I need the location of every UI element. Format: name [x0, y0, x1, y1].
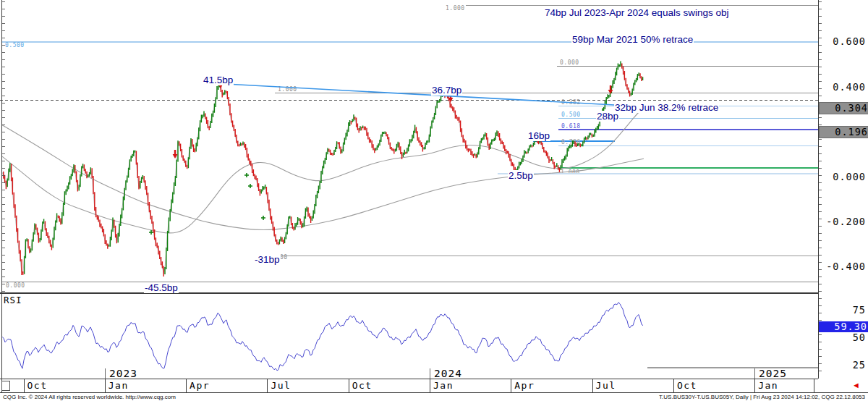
month-label: Oct: [677, 380, 697, 391]
month-label: Jul: [596, 380, 616, 391]
month-label: Jan: [433, 380, 454, 391]
annotation-50pct-retrace: 59bp Mar 2021 50% retrace: [571, 34, 694, 45]
month-separator: [592, 379, 593, 392]
price-rsi-divider[interactable]: [0, 292, 818, 294]
cqg-chart-window: 1.0000.5000.0001.0000.3820.5000.6180.786…: [0, 0, 868, 401]
annotation-38-2pct-retrace: 32bp Jun 38.2% retrace: [614, 102, 719, 113]
month-separator: [430, 379, 430, 392]
month-row-end: [814, 379, 814, 392]
month-label: Jul: [271, 380, 291, 391]
fib-level-badge-382: 0.304: [819, 102, 868, 114]
left-axis-ticks: [2, 1, 5, 292]
fib-and-support-lines: 1.0000.5000.0001.0000.3820.5000.6180.786…: [2, 5, 818, 289]
month-label: Jan: [758, 380, 778, 391]
month-label: Oct: [27, 380, 48, 391]
price-chart-canvas[interactable]: 1.0000.5000.0001.0000.3820.5000.6180.786…: [0, 0, 868, 401]
year-separator: [754, 368, 755, 379]
rsi-line: [2, 303, 643, 371]
fib-level-badge-618: 0.196: [819, 126, 868, 138]
price-tick: 0.000: [820, 171, 866, 182]
month-separator: [24, 379, 25, 392]
svg-text:0.500: 0.500: [561, 111, 581, 118]
signal-markers: [149, 80, 613, 235]
statusbar-copyright: CQG Inc. © 2024 All rights reserved worl…: [3, 394, 176, 400]
year-label: 2023: [109, 368, 137, 379]
svg-text:0.500: 0.500: [5, 42, 25, 48]
year-separator: [105, 368, 106, 379]
statusbar-symbol-info: T.US.BUS30Y-T.US.BUS05Y, Daily | Fri Aug…: [659, 394, 865, 400]
month-separator: [267, 379, 268, 392]
scroll-left-icon[interactable]: ◄: [852, 381, 860, 389]
sell-arrow-icon: [608, 90, 613, 94]
annotation-16bp: 16bp: [527, 130, 550, 141]
year-label: 2024: [434, 368, 462, 379]
price-tick: 0.600: [820, 35, 866, 47]
price-tick: 0.400: [820, 81, 866, 93]
svg-text:1.000: 1.000: [446, 5, 465, 12]
year-label: 2025: [759, 368, 787, 379]
year-separator: [430, 368, 430, 379]
rsi-value-badge: 59.30: [819, 321, 868, 332]
annotation-low-45-5bp: -45.5bp: [144, 282, 179, 293]
month-label: Jan: [109, 380, 129, 391]
month-separator: [105, 379, 106, 392]
month-separator: [349, 379, 349, 392]
price-tick: -0.200: [820, 216, 866, 227]
month-label: Oct: [352, 380, 373, 391]
statusbar-top-border: [0, 392, 868, 393]
annotation-peak-41-5bp: 41.5bp: [203, 75, 234, 85]
buy-plus-icon: [248, 184, 252, 188]
rsi-tick: 75: [820, 304, 866, 316]
rsi-tick: 25: [820, 359, 866, 371]
annotation-28bp: 28bp: [596, 111, 619, 122]
month-label: Apr: [514, 380, 535, 391]
annotation-swings-objective: 74bp Jul 2023-Apr 2024 equals swings obj: [544, 7, 729, 18]
svg-text:0.000: 0.000: [560, 59, 579, 66]
timeline-corner-box: [1, 381, 10, 391]
svg-text:0.000: 0.000: [6, 282, 25, 289]
annotation-peak-36-7bp: 36.7bp: [431, 85, 462, 96]
buy-plus-icon: [244, 173, 249, 177]
svg-text:1.000: 1.000: [561, 169, 580, 176]
rsi-study-label: RSI: [4, 295, 22, 305]
annotation-low-2-5bp: 2.5bp: [508, 170, 534, 181]
month-separator: [754, 379, 755, 392]
month-label: Apr: [190, 380, 210, 391]
price-tick: -0.400: [820, 261, 866, 272]
buy-plus-icon: [261, 216, 265, 220]
rsi-tick: 50: [820, 332, 866, 343]
month-separator: [186, 379, 187, 392]
annotation-low-31bp: -31bp: [254, 254, 281, 265]
month-separator: [673, 379, 674, 392]
month-separator: [511, 379, 511, 392]
svg-text:0.618: 0.618: [561, 123, 581, 130]
